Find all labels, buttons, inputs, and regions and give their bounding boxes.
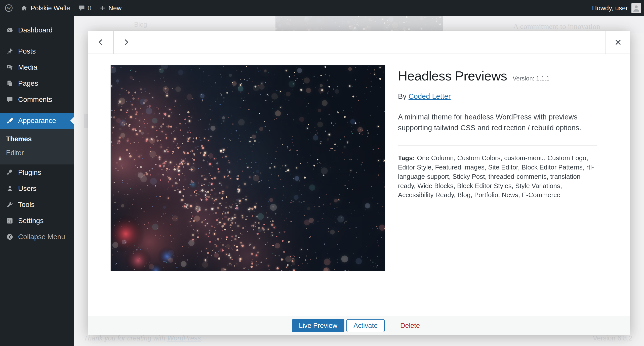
pages-icon <box>6 80 14 87</box>
comments-admin-bar-button[interactable]: 0 <box>74 0 95 16</box>
theme-screenshot <box>110 65 385 271</box>
sidebar-label: Media <box>18 63 37 71</box>
submenu-item-editor[interactable]: Editor <box>0 146 74 160</box>
chevron-right-icon <box>122 38 131 47</box>
sidebar-item-media[interactable]: Media <box>0 59 74 75</box>
new-content-button[interactable]: New <box>95 0 126 16</box>
theme-author-link[interactable]: Coded Letter <box>409 92 451 100</box>
plus-icon <box>99 5 106 11</box>
sidebar-label: Tools <box>18 201 34 209</box>
wordpress-logo-icon: W <box>5 4 13 12</box>
sidebar-label: Collapse Menu <box>18 233 65 241</box>
sidebar-item-posts[interactable]: Posts <box>0 43 74 59</box>
home-icon <box>21 5 28 12</box>
appearance-submenu: Themes Editor <box>0 129 74 164</box>
pushpin-icon <box>6 48 14 55</box>
sliders-icon <box>6 217 14 225</box>
selected-menu-arrow <box>70 117 74 125</box>
next-theme-button[interactable] <box>114 31 139 54</box>
sidebar-label: Appearance <box>18 117 56 125</box>
sidebar-item-tools[interactable]: Tools <box>0 197 74 213</box>
user-icon <box>6 185 14 192</box>
theme-info-panel: Headless PreviewsVersion: 1.1.1 By Coded… <box>398 69 597 200</box>
sidebar-item-settings[interactable]: Settings <box>0 213 74 229</box>
theme-version: Version: 1.1.1 <box>513 75 550 82</box>
close-modal-button[interactable] <box>606 31 630 54</box>
sidebar-item-pages[interactable]: Pages <box>0 75 74 92</box>
sidebar-label: Plugins <box>18 168 41 177</box>
theme-author-line: By Coded Letter <box>398 92 597 101</box>
divider <box>398 145 597 146</box>
wrench-icon <box>6 201 14 208</box>
previous-theme-button[interactable] <box>88 31 114 54</box>
sidebar-label: Settings <box>18 217 44 225</box>
theme-name: Headless Previews <box>398 69 507 83</box>
wordpress-logo-button[interactable]: W <box>0 0 17 16</box>
sidebar-label: Dashboard <box>18 26 53 34</box>
sidebar-label: Comments <box>18 96 52 104</box>
theme-screenshot-image <box>111 65 385 271</box>
sidebar-item-appearance[interactable]: Appearance <box>0 113 74 129</box>
sidebar-label: Pages <box>18 79 38 88</box>
theme-description: A minimal theme for headless WordPress w… <box>398 112 597 134</box>
plug-icon <box>6 169 14 176</box>
submenu-item-themes[interactable]: Themes <box>0 132 74 146</box>
dashboard-icon <box>6 26 14 34</box>
theme-details-modal: Headless PreviewsVersion: 1.1.1 By Coded… <box>88 31 630 335</box>
chevron-left-icon <box>96 38 105 47</box>
sidebar-item-comments[interactable]: Comments <box>0 92 74 108</box>
wordpress-admin: W Polskie Wafle 0 New Howdy, user <box>0 0 644 346</box>
new-label: New <box>108 4 122 12</box>
sidebar-label: Users <box>18 185 36 193</box>
admin-sidebar: Dashboard Posts Media Pages <box>0 16 74 346</box>
howdy-label: Howdy, user <box>592 4 628 12</box>
svg-text:W: W <box>7 6 11 11</box>
paintbrush-icon <box>6 117 14 124</box>
comments-count: 0 <box>88 4 91 12</box>
site-name-label: Polskie Wafle <box>31 4 70 12</box>
sidebar-item-plugins[interactable]: Plugins <box>0 164 74 181</box>
admin-bar: W Polskie Wafle 0 New Howdy, user <box>0 0 644 16</box>
live-preview-button[interactable]: Live Preview <box>292 319 344 332</box>
avatar <box>631 3 641 13</box>
sidebar-item-dashboard[interactable]: Dashboard <box>0 22 74 38</box>
sidebar-label: Posts <box>18 47 36 55</box>
collapse-arrow-icon <box>6 233 14 241</box>
close-icon <box>614 38 622 46</box>
howdy-account-menu[interactable]: Howdy, user <box>588 0 641 16</box>
sidebar-item-users[interactable]: Users <box>0 181 74 197</box>
collapse-menu-button[interactable]: Collapse Menu <box>0 229 74 245</box>
theme-actions-bar: Live Preview Activate Delete <box>88 316 630 335</box>
theme-modal-header <box>88 31 630 54</box>
theme-tags: Tags:One Column, Custom Colors, custom-m… <box>398 153 597 200</box>
media-icon <box>6 64 14 71</box>
comments-icon <box>6 96 14 103</box>
theme-title: Headless PreviewsVersion: 1.1.1 <box>398 69 597 84</box>
by-prefix: By <box>398 92 409 100</box>
delete-theme-link[interactable]: Delete <box>394 319 426 332</box>
activate-button[interactable]: Activate <box>346 319 385 332</box>
comment-bubble-icon <box>78 5 85 12</box>
tags-label: Tags: <box>398 154 415 162</box>
tags-list: One Column, Custom Colors, custom-menu, … <box>398 154 594 199</box>
site-name-link[interactable]: Polskie Wafle <box>17 0 74 16</box>
